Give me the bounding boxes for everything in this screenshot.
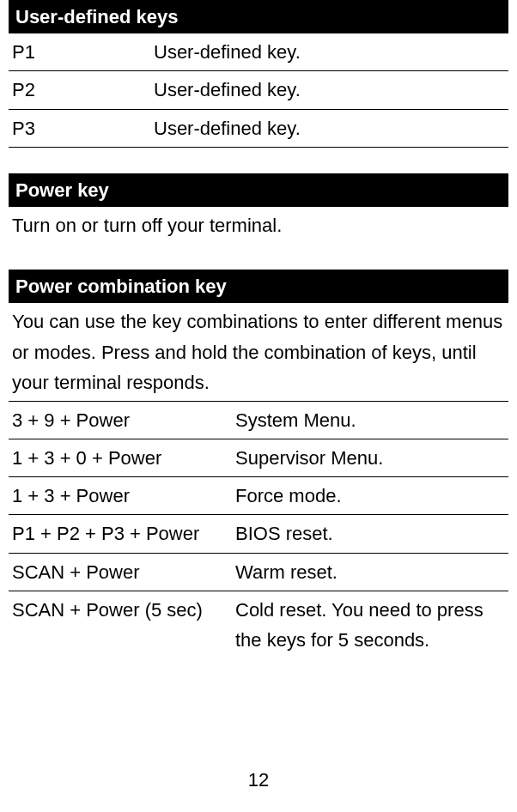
key-description: User-defined key. bbox=[154, 75, 508, 105]
table-row: 3 + 9 + Power System Menu. bbox=[9, 402, 508, 439]
section-header-user-defined-keys: User-defined keys bbox=[9, 0, 508, 33]
table-row: SCAN + Power Warm reset. bbox=[9, 554, 508, 591]
section-header-power-key: Power key bbox=[9, 173, 508, 207]
page-number: 12 bbox=[0, 765, 517, 795]
power-key-text: Turn on or turn off your terminal. bbox=[9, 207, 508, 244]
combo-keys: 1 + 3 + Power bbox=[12, 481, 235, 511]
combo-keys: 1 + 3 + 0 + Power bbox=[12, 443, 235, 473]
table-row: 1 + 3 + 0 + Power Supervisor Menu. bbox=[9, 439, 508, 477]
combo-keys: 3 + 9 + Power bbox=[12, 405, 235, 435]
combo-description: Supervisor Menu. bbox=[235, 443, 508, 473]
table-row: 1 + 3 + Power Force mode. bbox=[9, 477, 508, 515]
table-row: P1 + P2 + P3 + Power BIOS reset. bbox=[9, 515, 508, 553]
combo-description: Force mode. bbox=[235, 481, 508, 511]
combo-keys: SCAN + Power bbox=[12, 557, 235, 587]
table-row: P3 User-defined key. bbox=[9, 110, 508, 148]
combo-description: Cold reset. You need to press the keys f… bbox=[235, 595, 508, 655]
combo-keys: SCAN + Power (5 sec) bbox=[12, 595, 235, 655]
table-row: P2 User-defined key. bbox=[9, 71, 508, 109]
section-header-power-combination: Power combination key bbox=[9, 270, 508, 303]
power-combination-intro: You can use the key combinations to ente… bbox=[9, 303, 508, 402]
key-description: User-defined key. bbox=[154, 113, 508, 143]
key-name: P3 bbox=[12, 113, 154, 143]
key-name: P2 bbox=[12, 75, 154, 105]
combo-description: BIOS reset. bbox=[235, 518, 508, 548]
combo-keys: P1 + P2 + P3 + Power bbox=[12, 518, 235, 548]
table-row: P1 User-defined key. bbox=[9, 33, 508, 71]
key-name: P1 bbox=[12, 37, 154, 67]
table-row: SCAN + Power (5 sec) Cold reset. You nee… bbox=[9, 591, 508, 658]
key-description: User-defined key. bbox=[154, 37, 508, 67]
combo-description: System Menu. bbox=[235, 405, 508, 435]
combo-description: Warm reset. bbox=[235, 557, 508, 587]
